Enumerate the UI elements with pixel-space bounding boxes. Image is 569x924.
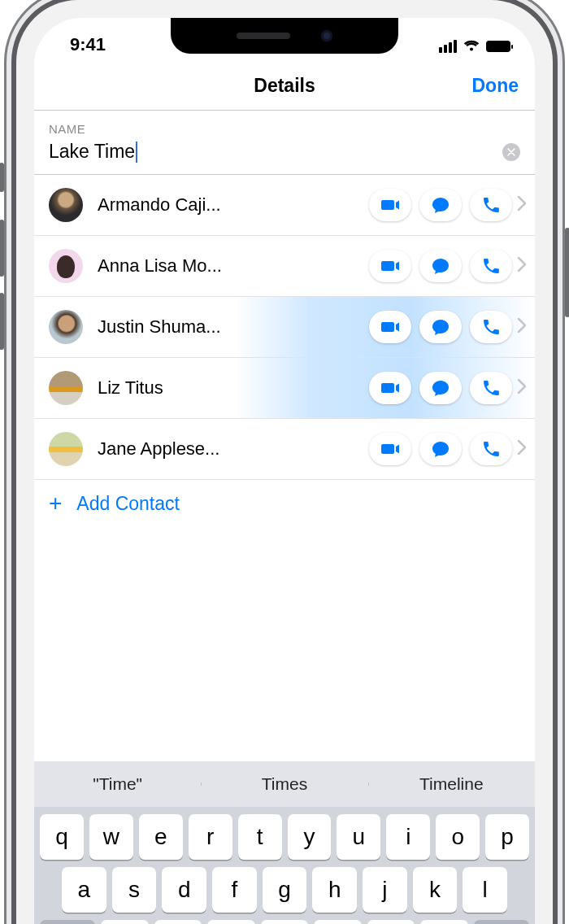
avatar: [49, 249, 83, 283]
key-q[interactable]: q: [40, 814, 84, 860]
video-call-button[interactable]: [369, 433, 411, 465]
audio-call-button[interactable]: [470, 250, 512, 282]
key-x[interactable]: x: [154, 920, 202, 924]
message-button[interactable]: [419, 311, 462, 343]
text-cursor: [136, 142, 137, 163]
chevron-right-icon: [517, 317, 527, 337]
key-m[interactable]: m: [420, 920, 468, 924]
shift-key[interactable]: [40, 920, 95, 924]
avatar: [49, 310, 83, 344]
video-call-button[interactable]: [369, 311, 411, 343]
group-name-value: Lake Time: [49, 141, 135, 163]
chevron-right-icon: [517, 378, 527, 398]
page-title: Details: [254, 75, 315, 97]
backspace-key[interactable]: [474, 920, 529, 924]
key-v[interactable]: v: [261, 920, 309, 924]
group-name-field[interactable]: Lake Time: [34, 141, 535, 175]
message-button[interactable]: [419, 250, 462, 282]
video-call-button[interactable]: [369, 372, 411, 404]
add-contact-label: Add Contact: [76, 493, 180, 515]
contact-row[interactable]: Anna Lisa Mo...: [34, 236, 535, 297]
add-contact-button[interactable]: + Add Contact: [34, 480, 535, 527]
done-button[interactable]: Done: [472, 75, 519, 97]
keyboard: "Time" Times Timeline qwertyuiop asdfghj…: [34, 761, 535, 924]
screen: 9:41 Details Done NAME Lake Time Armando…: [34, 18, 535, 924]
key-g[interactable]: g: [263, 867, 307, 913]
notch: [171, 18, 398, 54]
contact-name: Armando Caji...: [98, 194, 369, 216]
key-l[interactable]: l: [463, 867, 507, 913]
key-f[interactable]: f: [212, 867, 257, 913]
suggestion-bar: "Time" Times Timeline: [34, 761, 535, 807]
key-i[interactable]: i: [386, 814, 430, 860]
key-z[interactable]: z: [101, 920, 149, 924]
chevron-right-icon: [517, 256, 527, 276]
wifi-icon: [463, 36, 480, 57]
contact-name: Liz Titus: [98, 377, 369, 399]
header: Details Done: [34, 62, 535, 111]
contact-name: Anna Lisa Mo...: [98, 255, 369, 277]
plus-icon: +: [49, 492, 62, 515]
key-p[interactable]: p: [485, 814, 529, 860]
key-s[interactable]: s: [112, 867, 157, 913]
key-n[interactable]: n: [367, 920, 415, 924]
status-time: 9:41: [70, 34, 106, 55]
key-w[interactable]: w: [89, 814, 133, 860]
key-y[interactable]: y: [288, 814, 332, 860]
battery-icon: [486, 41, 510, 52]
contact-row[interactable]: Justin Shuma...: [34, 297, 535, 358]
video-call-button[interactable]: [369, 250, 411, 282]
contact-row[interactable]: Liz Titus: [34, 358, 535, 419]
name-section-label: NAME: [34, 111, 535, 141]
suggestion-3[interactable]: Timeline: [368, 774, 535, 794]
avatar: [49, 432, 83, 466]
suggestion-1[interactable]: "Time": [34, 774, 201, 794]
audio-call-button[interactable]: [470, 433, 512, 465]
audio-call-button[interactable]: [470, 189, 512, 221]
message-button[interactable]: [419, 372, 462, 404]
chevron-right-icon: [517, 195, 527, 215]
avatar: [49, 371, 83, 405]
avatar: [49, 188, 83, 222]
message-button[interactable]: [419, 433, 462, 465]
key-u[interactable]: u: [337, 814, 380, 860]
key-j[interactable]: j: [363, 867, 407, 913]
key-a[interactable]: a: [62, 867, 106, 913]
key-o[interactable]: o: [436, 814, 480, 860]
contact-row[interactable]: Armando Caji...: [34, 175, 535, 236]
key-k[interactable]: k: [413, 867, 458, 913]
key-h[interactable]: h: [312, 867, 357, 913]
key-b[interactable]: b: [314, 920, 362, 924]
message-button[interactable]: [419, 189, 462, 221]
key-t[interactable]: t: [238, 814, 282, 860]
audio-call-button[interactable]: [470, 372, 512, 404]
cellular-icon: [439, 40, 457, 53]
suggestion-2[interactable]: Times: [201, 774, 367, 794]
key-c[interactable]: c: [207, 920, 255, 924]
audio-call-button[interactable]: [470, 311, 512, 343]
contact-row[interactable]: Jane Applese...: [34, 419, 535, 480]
contact-name: Jane Applese...: [98, 438, 369, 460]
contact-name: Justin Shuma...: [98, 316, 369, 338]
clear-text-button[interactable]: [502, 143, 520, 161]
chevron-right-icon: [517, 439, 527, 459]
key-d[interactable]: d: [162, 867, 206, 913]
phone-frame: 9:41 Details Done NAME Lake Time Armando…: [16, 0, 553, 924]
key-e[interactable]: e: [139, 814, 183, 860]
video-call-button[interactable]: [369, 189, 411, 221]
key-r[interactable]: r: [189, 814, 232, 860]
